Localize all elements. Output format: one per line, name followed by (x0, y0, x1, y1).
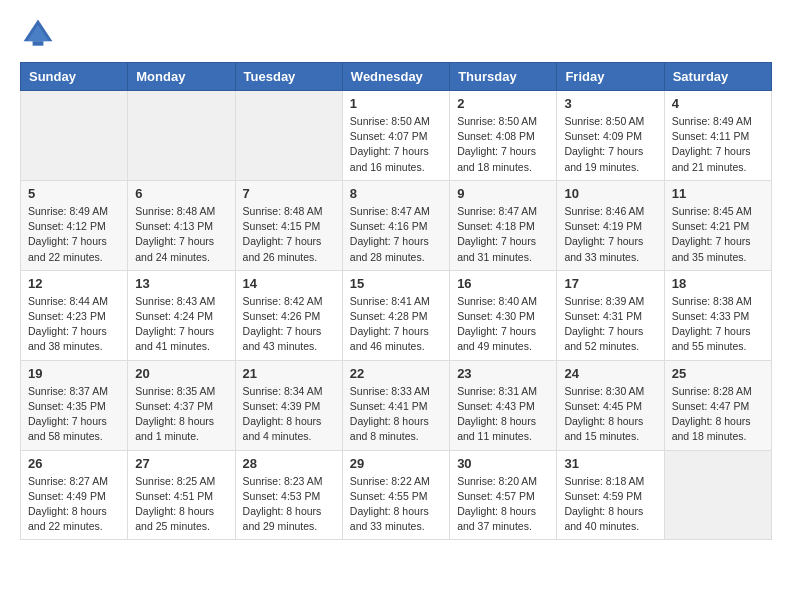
weekday-header-tuesday: Tuesday (235, 63, 342, 91)
calendar-cell: 29Sunrise: 8:22 AM Sunset: 4:55 PM Dayli… (342, 450, 449, 540)
day-info: Sunrise: 8:41 AM Sunset: 4:28 PM Dayligh… (350, 294, 442, 355)
day-number: 21 (243, 366, 335, 381)
calendar-cell: 15Sunrise: 8:41 AM Sunset: 4:28 PM Dayli… (342, 270, 449, 360)
weekday-header-sunday: Sunday (21, 63, 128, 91)
calendar-cell: 6Sunrise: 8:48 AM Sunset: 4:13 PM Daylig… (128, 180, 235, 270)
weekday-header-friday: Friday (557, 63, 664, 91)
day-number: 24 (564, 366, 656, 381)
day-info: Sunrise: 8:31 AM Sunset: 4:43 PM Dayligh… (457, 384, 549, 445)
calendar-cell: 5Sunrise: 8:49 AM Sunset: 4:12 PM Daylig… (21, 180, 128, 270)
calendar-cell: 30Sunrise: 8:20 AM Sunset: 4:57 PM Dayli… (450, 450, 557, 540)
weekday-header-thursday: Thursday (450, 63, 557, 91)
day-number: 9 (457, 186, 549, 201)
calendar-cell: 14Sunrise: 8:42 AM Sunset: 4:26 PM Dayli… (235, 270, 342, 360)
day-number: 1 (350, 96, 442, 111)
calendar-cell: 31Sunrise: 8:18 AM Sunset: 4:59 PM Dayli… (557, 450, 664, 540)
calendar-cell: 24Sunrise: 8:30 AM Sunset: 4:45 PM Dayli… (557, 360, 664, 450)
day-number: 30 (457, 456, 549, 471)
day-number: 12 (28, 276, 120, 291)
calendar-cell: 23Sunrise: 8:31 AM Sunset: 4:43 PM Dayli… (450, 360, 557, 450)
calendar-cell: 17Sunrise: 8:39 AM Sunset: 4:31 PM Dayli… (557, 270, 664, 360)
calendar-cell: 3Sunrise: 8:50 AM Sunset: 4:09 PM Daylig… (557, 91, 664, 181)
day-info: Sunrise: 8:30 AM Sunset: 4:45 PM Dayligh… (564, 384, 656, 445)
day-number: 10 (564, 186, 656, 201)
day-info: Sunrise: 8:42 AM Sunset: 4:26 PM Dayligh… (243, 294, 335, 355)
calendar-cell: 16Sunrise: 8:40 AM Sunset: 4:30 PM Dayli… (450, 270, 557, 360)
day-info: Sunrise: 8:49 AM Sunset: 4:12 PM Dayligh… (28, 204, 120, 265)
calendar-cell: 25Sunrise: 8:28 AM Sunset: 4:47 PM Dayli… (664, 360, 771, 450)
day-number: 11 (672, 186, 764, 201)
calendar-cell: 2Sunrise: 8:50 AM Sunset: 4:08 PM Daylig… (450, 91, 557, 181)
day-number: 25 (672, 366, 764, 381)
page: SundayMondayTuesdayWednesdayThursdayFrid… (0, 0, 792, 560)
day-info: Sunrise: 8:38 AM Sunset: 4:33 PM Dayligh… (672, 294, 764, 355)
calendar-cell: 22Sunrise: 8:33 AM Sunset: 4:41 PM Dayli… (342, 360, 449, 450)
calendar-week-5: 26Sunrise: 8:27 AM Sunset: 4:49 PM Dayli… (21, 450, 772, 540)
day-number: 3 (564, 96, 656, 111)
day-info: Sunrise: 8:44 AM Sunset: 4:23 PM Dayligh… (28, 294, 120, 355)
calendar-table: SundayMondayTuesdayWednesdayThursdayFrid… (20, 62, 772, 540)
calendar-cell: 27Sunrise: 8:25 AM Sunset: 4:51 PM Dayli… (128, 450, 235, 540)
calendar-week-2: 5Sunrise: 8:49 AM Sunset: 4:12 PM Daylig… (21, 180, 772, 270)
day-info: Sunrise: 8:50 AM Sunset: 4:09 PM Dayligh… (564, 114, 656, 175)
calendar-cell: 21Sunrise: 8:34 AM Sunset: 4:39 PM Dayli… (235, 360, 342, 450)
day-number: 5 (28, 186, 120, 201)
calendar-cell: 1Sunrise: 8:50 AM Sunset: 4:07 PM Daylig… (342, 91, 449, 181)
day-number: 4 (672, 96, 764, 111)
day-info: Sunrise: 8:47 AM Sunset: 4:18 PM Dayligh… (457, 204, 549, 265)
calendar-cell (128, 91, 235, 181)
day-info: Sunrise: 8:39 AM Sunset: 4:31 PM Dayligh… (564, 294, 656, 355)
day-number: 8 (350, 186, 442, 201)
calendar-cell: 9Sunrise: 8:47 AM Sunset: 4:18 PM Daylig… (450, 180, 557, 270)
day-number: 26 (28, 456, 120, 471)
day-info: Sunrise: 8:35 AM Sunset: 4:37 PM Dayligh… (135, 384, 227, 445)
day-info: Sunrise: 8:48 AM Sunset: 4:15 PM Dayligh… (243, 204, 335, 265)
calendar-cell: 11Sunrise: 8:45 AM Sunset: 4:21 PM Dayli… (664, 180, 771, 270)
day-number: 6 (135, 186, 227, 201)
day-number: 19 (28, 366, 120, 381)
day-info: Sunrise: 8:40 AM Sunset: 4:30 PM Dayligh… (457, 294, 549, 355)
calendar-cell: 12Sunrise: 8:44 AM Sunset: 4:23 PM Dayli… (21, 270, 128, 360)
day-info: Sunrise: 8:28 AM Sunset: 4:47 PM Dayligh… (672, 384, 764, 445)
day-number: 22 (350, 366, 442, 381)
calendar-cell: 10Sunrise: 8:46 AM Sunset: 4:19 PM Dayli… (557, 180, 664, 270)
calendar-cell: 26Sunrise: 8:27 AM Sunset: 4:49 PM Dayli… (21, 450, 128, 540)
day-number: 27 (135, 456, 227, 471)
day-info: Sunrise: 8:23 AM Sunset: 4:53 PM Dayligh… (243, 474, 335, 535)
day-number: 23 (457, 366, 549, 381)
day-info: Sunrise: 8:46 AM Sunset: 4:19 PM Dayligh… (564, 204, 656, 265)
day-info: Sunrise: 8:22 AM Sunset: 4:55 PM Dayligh… (350, 474, 442, 535)
calendar-cell: 19Sunrise: 8:37 AM Sunset: 4:35 PM Dayli… (21, 360, 128, 450)
day-info: Sunrise: 8:45 AM Sunset: 4:21 PM Dayligh… (672, 204, 764, 265)
day-info: Sunrise: 8:18 AM Sunset: 4:59 PM Dayligh… (564, 474, 656, 535)
calendar-cell: 13Sunrise: 8:43 AM Sunset: 4:24 PM Dayli… (128, 270, 235, 360)
calendar-cell (664, 450, 771, 540)
svg-rect-2 (33, 41, 44, 46)
weekday-header-monday: Monday (128, 63, 235, 91)
day-info: Sunrise: 8:33 AM Sunset: 4:41 PM Dayligh… (350, 384, 442, 445)
day-number: 15 (350, 276, 442, 291)
calendar-cell: 4Sunrise: 8:49 AM Sunset: 4:11 PM Daylig… (664, 91, 771, 181)
day-info: Sunrise: 8:37 AM Sunset: 4:35 PM Dayligh… (28, 384, 120, 445)
calendar-cell (235, 91, 342, 181)
day-number: 7 (243, 186, 335, 201)
day-info: Sunrise: 8:49 AM Sunset: 4:11 PM Dayligh… (672, 114, 764, 175)
day-number: 20 (135, 366, 227, 381)
day-info: Sunrise: 8:27 AM Sunset: 4:49 PM Dayligh… (28, 474, 120, 535)
calendar-cell: 20Sunrise: 8:35 AM Sunset: 4:37 PM Dayli… (128, 360, 235, 450)
calendar-week-1: 1Sunrise: 8:50 AM Sunset: 4:07 PM Daylig… (21, 91, 772, 181)
day-info: Sunrise: 8:34 AM Sunset: 4:39 PM Dayligh… (243, 384, 335, 445)
header (20, 16, 772, 52)
day-number: 16 (457, 276, 549, 291)
calendar-cell (21, 91, 128, 181)
logo-icon (20, 16, 56, 52)
weekday-header-wednesday: Wednesday (342, 63, 449, 91)
calendar-cell: 18Sunrise: 8:38 AM Sunset: 4:33 PM Dayli… (664, 270, 771, 360)
day-number: 14 (243, 276, 335, 291)
day-info: Sunrise: 8:43 AM Sunset: 4:24 PM Dayligh… (135, 294, 227, 355)
day-info: Sunrise: 8:25 AM Sunset: 4:51 PM Dayligh… (135, 474, 227, 535)
day-number: 13 (135, 276, 227, 291)
calendar-cell: 8Sunrise: 8:47 AM Sunset: 4:16 PM Daylig… (342, 180, 449, 270)
day-number: 31 (564, 456, 656, 471)
day-info: Sunrise: 8:48 AM Sunset: 4:13 PM Dayligh… (135, 204, 227, 265)
